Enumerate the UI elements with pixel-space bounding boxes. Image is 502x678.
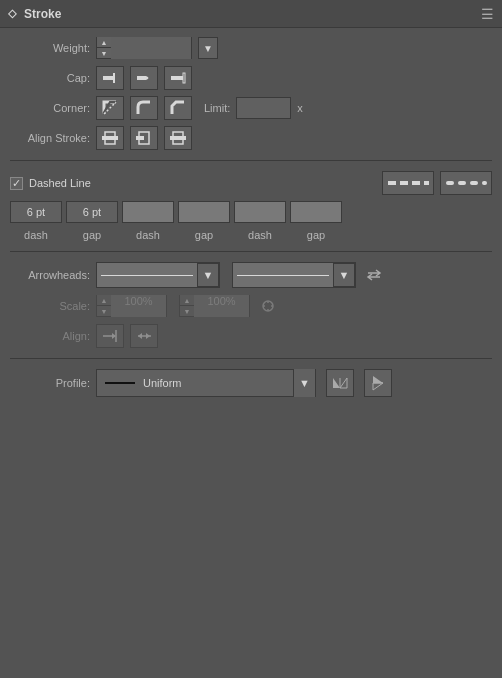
start-arrowhead-select: ▼ — [96, 262, 220, 288]
dash-3-empty[interactable] — [234, 201, 286, 223]
dash-2-label: dash — [122, 229, 174, 241]
dash-3-label: dash — [234, 229, 286, 241]
dashed-line-row: ✓ Dashed Line — [10, 171, 492, 195]
round-corner-button[interactable] — [130, 96, 158, 120]
start-scale-value[interactable]: 100% — [111, 295, 166, 317]
profile-select[interactable]: Uniform ▼ — [96, 369, 316, 397]
bevel-corner-button[interactable] — [164, 96, 192, 120]
end-scale-arrows: ▲ ▼ — [180, 295, 194, 317]
svg-rect-11 — [178, 136, 186, 140]
gap-2-empty[interactable] — [178, 201, 230, 223]
svg-marker-30 — [146, 333, 150, 339]
profile-row: Profile: Uniform ▼ — [10, 369, 492, 397]
svg-rect-18 — [470, 181, 478, 185]
align-btn-2[interactable] — [130, 324, 158, 348]
collapse-icon[interactable]: ◇ — [8, 7, 16, 20]
dashed-checkbox-group: ✓ Dashed Line — [10, 177, 376, 190]
start-arrowhead-dropdown[interactable]: ▼ — [197, 263, 219, 287]
gap-3-empty[interactable] — [290, 201, 342, 223]
end-arrowhead-line — [237, 275, 329, 276]
profile-value: Uniform — [135, 377, 293, 389]
svg-marker-29 — [138, 333, 142, 339]
weight-dropdown[interactable]: ▼ — [198, 37, 218, 59]
align-stroke-row: Align Stroke: — [10, 126, 492, 150]
svg-marker-33 — [340, 378, 347, 388]
end-scale-up[interactable]: ▲ — [180, 295, 194, 306]
dash-values-row — [10, 201, 492, 223]
corner-label: Corner: — [10, 102, 90, 114]
gap-1-input[interactable] — [66, 201, 118, 223]
cap-label: Cap: — [10, 72, 90, 84]
scale-link-button[interactable] — [256, 294, 280, 318]
end-arrowhead-value[interactable] — [233, 263, 333, 287]
profile-dropdown[interactable]: ▼ — [293, 369, 315, 397]
dash-2-empty[interactable] — [122, 201, 174, 223]
outside-align-button[interactable] — [164, 126, 192, 150]
divider-1 — [10, 160, 492, 161]
svg-rect-9 — [170, 136, 178, 140]
start-arrowhead-value[interactable] — [97, 263, 197, 287]
end-scale-value[interactable]: 100% — [194, 295, 249, 317]
profile-flip-h-button[interactable] — [326, 369, 354, 397]
svg-rect-1 — [113, 73, 115, 83]
dash-pattern-1-button[interactable] — [382, 171, 434, 195]
align-btn-1-icon — [101, 327, 119, 345]
cap-row: Cap: — [10, 66, 492, 90]
dashed-checkbox[interactable]: ✓ — [10, 177, 23, 190]
start-arrowhead-line — [101, 275, 193, 276]
arrow-align-row: Align: — [10, 324, 492, 348]
dashed-label: Dashed Line — [29, 177, 91, 189]
miter-corner-icon — [101, 99, 119, 117]
svg-marker-31 — [333, 378, 340, 388]
svg-rect-16 — [446, 181, 454, 185]
weight-down-arrow[interactable]: ▼ — [97, 48, 111, 59]
start-scale-spinbox: ▲ ▼ 100% — [96, 295, 167, 317]
profile-line — [105, 382, 135, 384]
svg-rect-19 — [482, 181, 487, 185]
weight-input[interactable]: 1 pt — [111, 37, 191, 59]
inside-align-button[interactable] — [130, 126, 158, 150]
dash-1-input[interactable] — [10, 201, 62, 223]
end-arrowhead-select: ▼ — [232, 262, 356, 288]
butt-cap-button[interactable] — [96, 66, 124, 90]
projecting-cap-button[interactable] — [164, 66, 192, 90]
svg-rect-12 — [388, 181, 396, 185]
svg-rect-17 — [458, 181, 466, 185]
arrowheads-label: Arrowheads: — [10, 269, 90, 281]
limit-input[interactable]: 10 — [236, 97, 291, 119]
svg-rect-15 — [424, 181, 429, 185]
round-cap-button[interactable] — [130, 66, 158, 90]
svg-rect-14 — [412, 181, 420, 185]
start-scale-up[interactable]: ▲ — [97, 295, 111, 306]
svg-rect-4 — [183, 73, 185, 83]
scale-label: Scale: — [10, 300, 90, 312]
end-arrowhead-dropdown[interactable]: ▼ — [333, 263, 355, 287]
weight-label: Weight: — [10, 42, 90, 54]
start-scale-down[interactable]: ▼ — [97, 306, 111, 317]
dash-pattern-2-button[interactable] — [440, 171, 492, 195]
flip-h-icon — [331, 374, 349, 392]
stroke-panel: ◇ Stroke ☰ Weight: ▲ ▼ 1 pt ▼ Cap: — [0, 0, 502, 678]
center-align-button[interactable] — [96, 126, 124, 150]
panel-menu-icon[interactable]: ☰ — [481, 6, 494, 22]
scale-row: Scale: ▲ ▼ 100% ▲ ▼ 100% — [10, 294, 492, 318]
profile-flip-v-button[interactable] — [364, 369, 392, 397]
svg-marker-36 — [373, 383, 383, 390]
swap-icon — [365, 266, 383, 284]
projecting-cap-icon — [169, 69, 187, 87]
swap-arrowheads-button[interactable] — [362, 263, 386, 287]
bevel-corner-icon — [169, 99, 187, 117]
center-align-icon — [101, 129, 119, 147]
weight-arrows: ▲ ▼ — [97, 37, 111, 59]
arrowheads-row: Arrowheads: ▼ ▼ — [10, 262, 492, 288]
weight-row: Weight: ▲ ▼ 1 pt ▼ — [10, 36, 492, 60]
miter-corner-button[interactable] — [96, 96, 124, 120]
weight-up-arrow[interactable]: ▲ — [97, 37, 111, 48]
align-btn-1[interactable] — [96, 324, 124, 348]
end-scale-down[interactable]: ▼ — [180, 306, 194, 317]
corner-row: Corner: Limit: 1 — [10, 96, 492, 120]
profile-label: Profile: — [10, 377, 90, 389]
dash-1-label: dash — [10, 229, 62, 241]
round-corner-icon — [135, 99, 153, 117]
align-stroke-label: Align Stroke: — [10, 132, 90, 144]
